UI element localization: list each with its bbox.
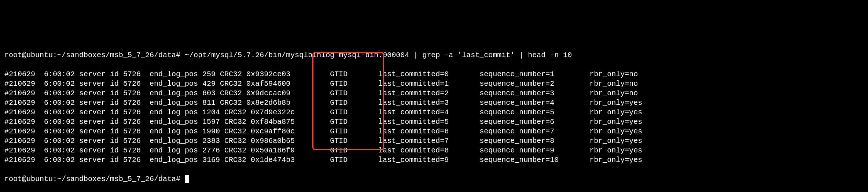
- gtid-label: GTID: [330, 70, 378, 78]
- last-committed: last_committed=9: [378, 156, 479, 164]
- end-log-pos: end_log_pos 1204 CRC32 0x7d9e322c: [150, 108, 330, 117]
- end-log-pos: end_log_pos 603 CRC32 0x9dccac09: [150, 89, 330, 97]
- terminal-output: root@ubuntu:~/sandboxes/msb_5_7_26/data#…: [4, 41, 864, 192]
- timestamp: #210629 6:00:02: [4, 118, 79, 126]
- prompt-path-2: ~/sandboxes/msb_5_7_26/data: [57, 175, 176, 183]
- last-committed: last_committed=6: [378, 127, 479, 136]
- prompt-user-host-2: root@ubuntu: [4, 175, 53, 183]
- last-committed: last_committed=0: [378, 70, 479, 78]
- server-id: server id 5726: [79, 89, 150, 97]
- rbr-only: rbr_only=yes: [589, 156, 642, 164]
- end-log-pos: end_log_pos 429 CRC32 0xaf594600: [150, 80, 330, 88]
- command-text: ~/opt/mysql/5.7.26/bin/mysqlbinlog mysql…: [185, 51, 572, 59]
- timestamp: #210629 6:00:02: [4, 156, 79, 164]
- sequence-number: sequence_number=1: [479, 70, 589, 78]
- sequence-number: sequence_number=4: [479, 99, 589, 107]
- end-log-pos: end_log_pos 811 CRC32 0x8e2d6b8b: [150, 99, 330, 107]
- timestamp: #210629 6:00:02: [4, 127, 79, 136]
- rbr-only: rbr_only=no: [589, 89, 638, 97]
- sequence-number: sequence_number=8: [479, 137, 589, 145]
- sequence-number: sequence_number=9: [479, 146, 589, 155]
- output-row: #210629 6:00:02 server id 5726 end_log_p…: [4, 127, 864, 136]
- gtid-label: GTID: [330, 99, 378, 107]
- server-id: server id 5726: [79, 99, 150, 107]
- last-committed: last_committed=2: [378, 89, 479, 97]
- gtid-label: GTID: [330, 108, 378, 117]
- sequence-number: sequence_number=10: [479, 156, 589, 164]
- rbr-only: rbr_only=yes: [589, 108, 642, 117]
- rbr-only: rbr_only=yes: [589, 137, 642, 145]
- output-row: #210629 6:00:02 server id 5726 end_log_p…: [4, 146, 864, 155]
- end-log-pos: end_log_pos 1597 CRC32 0xf84ba875: [150, 118, 330, 126]
- prompt-line-2[interactable]: root@ubuntu:~/sandboxes/msb_5_7_26/data#: [4, 174, 864, 184]
- server-id: server id 5726: [79, 127, 150, 136]
- rbr-only: rbr_only=yes: [589, 127, 642, 136]
- rbr-only: rbr_only=yes: [589, 146, 642, 155]
- rbr-only: rbr_only=no: [589, 70, 638, 78]
- gtid-label: GTID: [330, 156, 378, 164]
- timestamp: #210629 6:00:02: [4, 89, 79, 97]
- output-row: #210629 6:00:02 server id 5726 end_log_p…: [4, 89, 864, 98]
- end-log-pos: end_log_pos 2776 CRC32 0x50a186f9: [150, 146, 330, 155]
- server-id: server id 5726: [79, 80, 150, 88]
- output-row: #210629 6:00:02 server id 5726 end_log_p…: [4, 108, 864, 117]
- last-committed: last_committed=7: [378, 137, 479, 145]
- output-row: #210629 6:00:02 server id 5726 end_log_p…: [4, 136, 864, 146]
- server-id: server id 5726: [79, 146, 150, 155]
- timestamp: #210629 6:00:02: [4, 108, 79, 117]
- server-id: server id 5726: [79, 156, 150, 164]
- timestamp: #210629 6:00:02: [4, 99, 79, 107]
- rbr-only: rbr_only=no: [589, 80, 638, 88]
- gtid-label: GTID: [330, 89, 378, 97]
- timestamp: #210629 6:00:02: [4, 137, 79, 145]
- output-row: #210629 6:00:02 server id 5726 end_log_p…: [4, 155, 864, 165]
- gtid-label: GTID: [330, 127, 378, 136]
- end-log-pos: end_log_pos 2383 CRC32 0x986a0b65: [150, 137, 330, 145]
- end-log-pos: end_log_pos 3169 CRC32 0x1de474b3: [150, 156, 330, 164]
- output-row: #210629 6:00:02 server id 5726 end_log_p…: [4, 98, 864, 108]
- last-committed: last_committed=5: [378, 118, 479, 126]
- sequence-number: sequence_number=7: [479, 127, 589, 136]
- timestamp: #210629 6:00:02: [4, 146, 79, 155]
- output-row: #210629 6:00:02 server id 5726 end_log_p…: [4, 117, 864, 127]
- end-log-pos: end_log_pos 1990 CRC32 0xc9aff80c: [150, 127, 330, 136]
- last-committed: last_committed=8: [378, 146, 479, 155]
- server-id: server id 5726: [79, 137, 150, 145]
- prompt-symbol: #: [176, 51, 180, 59]
- sequence-number: sequence_number=2: [479, 80, 589, 88]
- sequence-number: sequence_number=3: [479, 89, 589, 97]
- gtid-label: GTID: [330, 137, 378, 145]
- prompt-symbol-2: #: [176, 175, 180, 183]
- sequence-number: sequence_number=6: [479, 118, 589, 126]
- rbr-only: rbr_only=yes: [589, 118, 642, 126]
- cursor-icon: [185, 175, 189, 183]
- timestamp: #210629 6:00:02: [4, 70, 79, 78]
- timestamp: #210629 6:00:02: [4, 80, 79, 88]
- prompt-user-host: root@ubuntu: [4, 51, 53, 59]
- last-committed: last_committed=1: [378, 80, 479, 88]
- output-row: #210629 6:00:02 server id 5726 end_log_p…: [4, 79, 864, 89]
- gtid-label: GTID: [330, 118, 378, 126]
- server-id: server id 5726: [79, 70, 150, 78]
- server-id: server id 5726: [79, 118, 150, 126]
- server-id: server id 5726: [79, 108, 150, 117]
- output-row: #210629 6:00:02 server id 5726 end_log_p…: [4, 70, 864, 79]
- output-rows: #210629 6:00:02 server id 5726 end_log_p…: [4, 70, 864, 165]
- end-log-pos: end_log_pos 259 CRC32 0x9392ce03: [150, 70, 330, 78]
- command-line[interactable]: root@ubuntu:~/sandboxes/msb_5_7_26/data#…: [4, 51, 864, 60]
- last-committed: last_committed=3: [378, 99, 479, 107]
- sequence-number: sequence_number=5: [479, 108, 589, 117]
- gtid-label: GTID: [330, 80, 378, 88]
- last-committed: last_committed=4: [378, 108, 479, 117]
- rbr-only: rbr_only=yes: [589, 99, 642, 107]
- prompt-path: ~/sandboxes/msb_5_7_26/data: [57, 51, 176, 59]
- gtid-label: GTID: [330, 146, 378, 155]
